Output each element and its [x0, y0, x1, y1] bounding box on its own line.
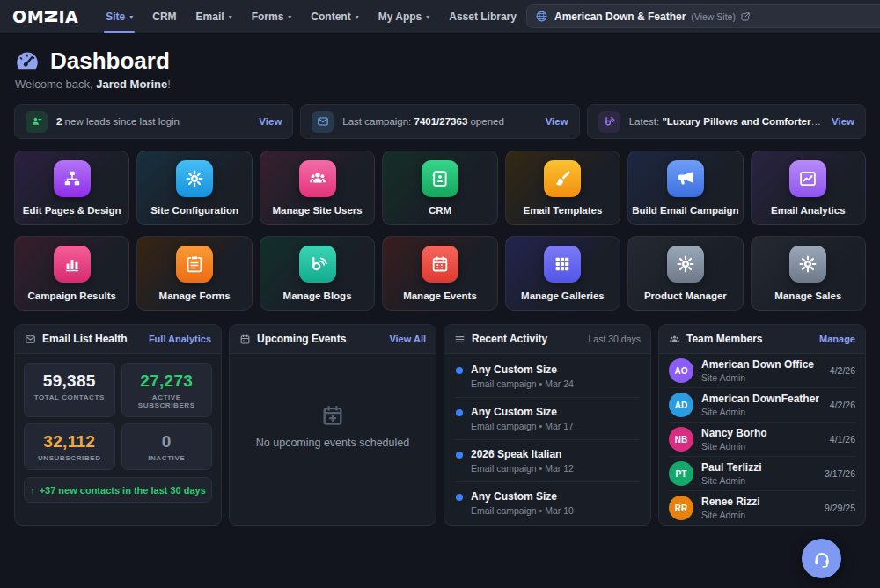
team-member-row[interactable]: ADAmerican DownFeatherSite Admin4/2/26: [669, 388, 855, 423]
member-name: Paul Terlizzi: [701, 461, 761, 475]
nav-item-content[interactable]: Content▾: [301, 0, 368, 33]
calendar-icon: [239, 334, 251, 345]
activity-meta: Email campaign • Mar 12: [471, 463, 640, 474]
site-name: American Down & Feather: [554, 11, 686, 23]
tile-manage-events[interactable]: Manage Events: [382, 236, 497, 311]
welcome-message: Welcome back, Jared Morine!: [15, 77, 866, 91]
upcoming-events-panel: Upcoming Events View All No upcoming eve…: [229, 324, 436, 526]
activity-dot: [456, 494, 463, 501]
tile-label: Email Templates: [519, 205, 605, 217]
full-analytics-link[interactable]: Full Analytics: [149, 334, 211, 344]
tile-icon-wrap: [54, 160, 91, 197]
caret-down-icon: ▾: [229, 11, 232, 21]
team-member-row[interactable]: PTPaul TerlizziSite Admin3/17/26: [669, 457, 855, 491]
nav-item-crm[interactable]: CRM: [143, 0, 186, 33]
tile-campaign-results[interactable]: Campaign Results: [14, 236, 129, 311]
email-list-health-panel: Email List Health Full Analytics 59,385T…: [14, 324, 222, 526]
envelope-icon: [25, 334, 36, 345]
caret-down-icon: ▾: [288, 11, 291, 21]
nav-item-site[interactable]: Site▾: [96, 0, 143, 33]
users-icon: [308, 169, 327, 188]
envelope-icon: [25, 334, 36, 345]
nav-item-label: Asset Library: [449, 11, 517, 23]
brush-icon: [553, 169, 572, 188]
tile-manage-galleries[interactable]: Manage Galleries: [505, 236, 620, 311]
activity-item[interactable]: Any Custom SizeEmail campaign • Mar 17: [455, 398, 640, 440]
activity-title: Any Custom Size: [471, 490, 640, 503]
nav-item-label: Forms: [252, 11, 284, 23]
activity-meta: Email campaign • Mar 10: [471, 505, 640, 516]
tile-manage-sales[interactable]: Manage Sales: [751, 236, 866, 311]
tile-product-manager[interactable]: Product Manager: [627, 236, 743, 311]
alert-new-leads: 2 new leads since last loginView: [14, 104, 293, 139]
gear-icon: [798, 254, 818, 274]
tile-label: Email Analytics: [767, 205, 849, 217]
calendar-plus-icon: [320, 403, 345, 428]
support-chat-button[interactable]: [802, 539, 841, 578]
upcoming-events-header: Upcoming Events View All: [230, 325, 436, 354]
welcome-user-name: Jared Morine: [96, 77, 167, 91]
site-selector[interactable]: American Down & Feather (View Site): [526, 4, 880, 28]
external-link-icon[interactable]: [740, 11, 751, 22]
new-contacts-banner: ↑ +37 new contacts in the last 30 days: [24, 477, 212, 503]
tile-build-email-campaign[interactable]: Build Email Campaign: [627, 151, 743, 225]
view-site-link[interactable]: (View Site): [691, 11, 736, 22]
avatar: NB: [669, 427, 693, 452]
member-date: 4/2/26: [830, 400, 855, 410]
tile-label: Manage Blogs: [280, 290, 356, 302]
tile-manage-blogs[interactable]: Manage Blogs: [260, 236, 375, 311]
nav-item-forms[interactable]: Forms▾: [242, 0, 302, 33]
blog-icon: [308, 254, 327, 274]
grid-icon: [553, 254, 572, 274]
logo-text: OM: [12, 7, 44, 26]
tile-manage-forms[interactable]: Manage Forms: [136, 236, 252, 311]
list-icon: [454, 334, 466, 345]
member-info: Nancy BorhoSite Admin: [701, 427, 767, 452]
tile-crm[interactable]: CRM: [382, 151, 497, 225]
team-member-row[interactable]: NBNancy BorhoSite Admin4/1/26: [669, 423, 855, 457]
email-list-health-body: 59,385TOTAL CONTACTS27,273ACTIVE SUBSCRI…: [15, 354, 221, 511]
team-member-row[interactable]: AOAmerican Down OfficeSite Admin4/2/26: [669, 354, 855, 388]
caret-down-icon: ▾: [426, 11, 429, 21]
view-all-link[interactable]: View All: [389, 334, 426, 344]
activity-item[interactable]: Any Custom SizeEmail campaign • Mar 24: [455, 356, 640, 398]
tile-label: Manage Sales: [771, 290, 845, 302]
team-member-row[interactable]: RRRenee RizziSite Admin9/29/25: [669, 491, 855, 525]
alert-latest-post: Latest: "Luxury Pillows and Comforters: …: [587, 104, 866, 139]
activity-title: 2026 Speak Italian: [471, 448, 640, 460]
stat-value: 32,112: [26, 432, 113, 452]
alert-last-campaign: Last campaign: 7401/27363 openedView: [300, 104, 579, 139]
navbar-right: American Down & Feather (View Site) VI: [526, 0, 880, 33]
globe-icon: [535, 10, 548, 23]
member-role: Site Admin: [701, 407, 819, 417]
view-link[interactable]: View: [832, 116, 854, 127]
caret-down-icon: ▾: [356, 11, 359, 21]
view-link[interactable]: View: [546, 116, 568, 127]
stat-inactive: 0INACTIVE: [121, 423, 213, 470]
tile-email-templates[interactable]: Email Templates: [505, 151, 620, 225]
calendar-icon: [239, 334, 251, 345]
tile-icon-wrap: [667, 160, 704, 197]
nav-item-label: Email: [196, 11, 224, 23]
tile-label: Campaign Results: [25, 290, 120, 302]
tile-edit-pages-design[interactable]: Edit Pages & Design: [14, 151, 129, 225]
activity-item[interactable]: Any Custom SizeEmail campaign • Mar 10: [455, 482, 640, 524]
logo-text: IA: [58, 7, 78, 26]
view-link[interactable]: View: [259, 116, 282, 127]
manage-team-link[interactable]: Manage: [819, 334, 855, 344]
stat-total-contacts: 59,385TOTAL CONTACTS: [24, 363, 115, 417]
nav-item-my-apps[interactable]: My Apps▾: [369, 0, 440, 33]
member-info: American Down OfficeSite Admin: [701, 358, 814, 383]
member-date: 9/29/25: [825, 503, 855, 513]
nav-item-asset-library[interactable]: Asset Library: [439, 0, 526, 33]
stat-active-subscribers: 27,273ACTIVE SUBSCRIBERS: [121, 363, 213, 417]
activity-dot: [456, 452, 463, 459]
nav-item-label: Content: [311, 11, 350, 23]
nav-item-email[interactable]: Email▾: [187, 0, 242, 33]
calendar-icon: [430, 254, 450, 274]
welcome-suffix: !: [167, 77, 171, 91]
tile-manage-site-users[interactable]: Manage Site Users: [260, 151, 375, 225]
tile-site-configuration[interactable]: Site Configuration: [136, 151, 252, 225]
activity-item[interactable]: 2026 Speak ItalianEmail campaign • Mar 1…: [455, 440, 640, 482]
tile-email-analytics[interactable]: Email Analytics: [751, 151, 866, 225]
